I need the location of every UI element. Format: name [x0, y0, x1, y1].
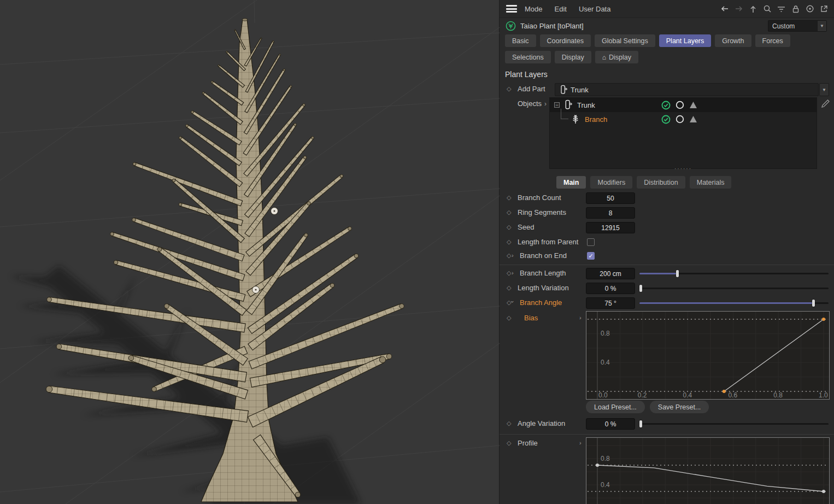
tab-growth[interactable]: Growth [715, 34, 751, 47]
viewport-3d[interactable] [0, 0, 500, 504]
subtab-main[interactable]: Main [556, 176, 586, 189]
diamond-bullet: ◇ [507, 209, 512, 216]
tab-display-2[interactable]: ⌂Display [595, 51, 638, 63]
add-part-value: Trunk [571, 86, 589, 94]
export-icon[interactable] [819, 4, 829, 14]
seed-label: Seed [518, 223, 534, 231]
branch-length-slider[interactable] [639, 269, 829, 278]
branch-on-end-checkbox[interactable]: ✓ [587, 252, 595, 260]
preset-dropdown-value: Custom [768, 22, 817, 30]
objects-tree-panel[interactable]: − Trunk Branch [549, 97, 817, 169]
tab-selections-0[interactable]: Selections [505, 51, 551, 63]
up-arrow-icon[interactable] [748, 4, 757, 14]
slider-handle[interactable] [639, 420, 642, 427]
hamburger-menu-icon[interactable] [506, 5, 517, 13]
svg-text:0.0: 0.0 [598, 391, 608, 399]
length-variation-label: Length Variation [518, 284, 569, 292]
length-variation-slider[interactable] [639, 284, 829, 292]
display-shield-icon: ⌂ [602, 54, 606, 61]
back-arrow-icon[interactable] [720, 4, 729, 14]
enabled-check-icon[interactable] [661, 101, 671, 110]
tree-item-branch-label[interactable]: Branch [585, 115, 607, 124]
length-from-parent-checkbox[interactable] [587, 238, 595, 246]
slider-handle[interactable] [639, 285, 642, 292]
diamond-bullet: ◇ [507, 85, 512, 92]
tab-forces[interactable]: Forces [755, 34, 790, 47]
chevron-right-icon[interactable]: › [579, 439, 582, 446]
diamond-bullet: ◇ [507, 284, 512, 291]
chevron-right-icon[interactable]: › [512, 252, 514, 259]
tab-coordinates[interactable]: Coordinates [540, 34, 591, 47]
chevron-right-icon[interactable]: › [579, 314, 582, 321]
enabled-check-icon[interactable] [661, 115, 671, 124]
branch-angle-label: Branch Angle [520, 298, 562, 307]
angle-variation-input[interactable]: 0 % [586, 418, 635, 430]
add-part-dropdown-arrow[interactable]: ▼ [819, 83, 829, 96]
seed-input[interactable]: 12915 [586, 222, 635, 233]
branch-on-end-label: Branch on End [520, 251, 567, 260]
menubar-icon-group [720, 4, 834, 14]
target-icon[interactable] [805, 4, 814, 14]
preset-dropdown[interactable]: Custom ▼ [768, 20, 827, 32]
edit-pencil-icon[interactable] [821, 99, 830, 108]
slider-handle[interactable] [676, 270, 679, 277]
subtab-modifiers[interactable]: Modifiers [590, 176, 632, 189]
lock-icon[interactable] [791, 4, 800, 14]
subtab-distribution[interactable]: Distribution [637, 176, 685, 189]
length-variation-input[interactable]: 0 % [586, 283, 635, 294]
bias-label: Bias [524, 314, 538, 322]
tree-row-toggles [661, 101, 697, 110]
svg-text:0.2: 0.2 [638, 391, 647, 399]
search-icon[interactable] [762, 4, 772, 14]
object-title-row: Taiao Plant [toPlant] Custom ▼ [500, 18, 834, 34]
subtab-materials[interactable]: Materials [690, 176, 732, 189]
wireframe-tree-render [0, 0, 500, 504]
load-preset-button[interactable]: Load Preset... [586, 401, 645, 413]
angle-variation-slider[interactable] [639, 420, 829, 428]
visibility-circle-icon[interactable] [676, 101, 684, 109]
tab-display-1[interactable]: Display [555, 51, 591, 63]
chevron-right-icon[interactable]: › [512, 269, 514, 276]
ring-segments-input[interactable]: 8 [586, 207, 635, 219]
menu-user-data[interactable]: User Data [579, 5, 611, 13]
visibility-circle-icon[interactable] [676, 115, 684, 124]
application-window: Mode Edit User Data [0, 0, 834, 504]
object-title: Taiao Plant [toPlant] [520, 22, 584, 30]
slider-handle[interactable] [812, 300, 815, 307]
tree-row-trunk[interactable]: − Trunk [550, 98, 817, 112]
tree-connector-line [561, 109, 568, 119]
tab-plant-layers[interactable]: Plant Layers [659, 34, 711, 47]
branch-count-input[interactable]: 50 [586, 192, 635, 204]
profile-label: Profile [518, 439, 538, 447]
forward-arrow-icon[interactable] [734, 4, 743, 14]
profile-curve-graph[interactable]: 0.40.8 [586, 437, 830, 504]
chevron-down-icon[interactable]: › [509, 301, 516, 303]
branch-length-input[interactable]: 200 cm [586, 268, 635, 279]
tab-global-settings[interactable]: Global Settings [595, 34, 655, 47]
ring-segments-label: Ring Segments [518, 208, 566, 216]
save-preset-button[interactable]: Save Preset... [650, 401, 709, 413]
branch-angle-slider[interactable] [639, 299, 829, 307]
attribute-manager-panel: Mode Edit User Data [500, 0, 834, 504]
tree-row-toggles [661, 115, 697, 124]
add-part-label: Add Part [518, 85, 545, 93]
tree-item-trunk-label[interactable]: Trunk [577, 101, 595, 109]
triangle-icon[interactable] [689, 101, 697, 109]
objects-label[interactable]: Objects› [518, 99, 547, 108]
menu-edit[interactable]: Edit [555, 5, 567, 13]
tree-row-branch[interactable]: Branch [550, 112, 817, 126]
triangle-icon[interactable] [689, 115, 697, 123]
branch-length-label: Branch Length [520, 269, 566, 277]
svg-text:0.6: 0.6 [728, 391, 737, 399]
bias-curve-graph[interactable]: 0.40.80.00.20.40.60.81.0 [586, 311, 830, 400]
add-part-dropdown[interactable]: Trunk [555, 83, 819, 96]
collapse-expander-icon[interactable]: − [554, 102, 560, 108]
angle-variation-label: Angle Variation [518, 419, 565, 427]
branch-angle-input[interactable]: 75 ° [586, 297, 635, 309]
diamond-bullet: ◇ [507, 314, 512, 321]
resize-handle[interactable]: ······ [549, 166, 817, 172]
tab-basic[interactable]: Basic [505, 34, 536, 47]
menu-mode[interactable]: Mode [525, 5, 543, 13]
separator [500, 265, 834, 265]
filter-icon[interactable] [777, 4, 786, 14]
